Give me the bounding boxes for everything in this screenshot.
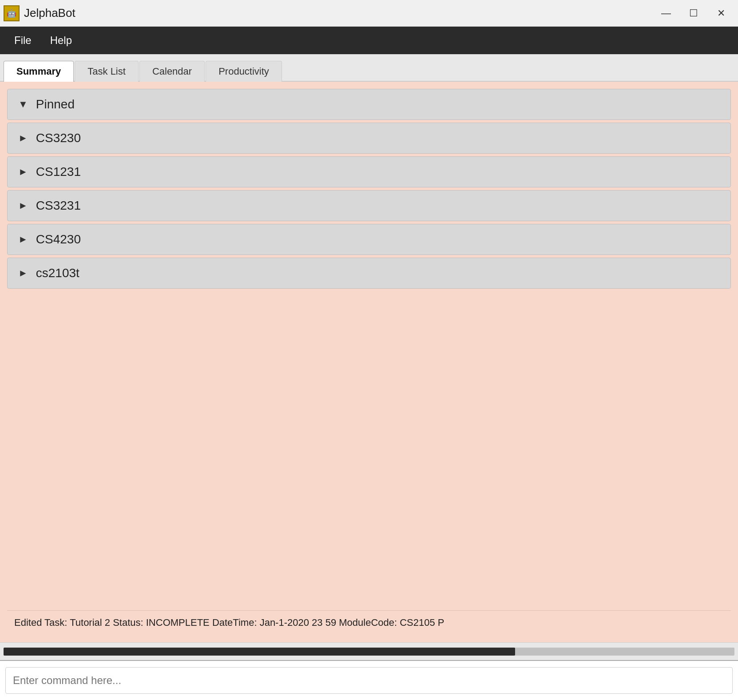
menu-file[interactable]: File: [7, 31, 39, 50]
command-area: [0, 660, 738, 700]
tree-label-cs3231: CS3231: [36, 199, 81, 213]
chevron-cs3231: ►: [18, 200, 28, 211]
tab-calendar[interactable]: Calendar: [139, 61, 205, 82]
tree-label-cs3230: CS3230: [36, 131, 81, 145]
minimize-button[interactable]: —: [653, 4, 679, 23]
list-area[interactable]: ▼ Pinned ► CS3230 ► CS1231 ► CS3231 ► CS: [7, 89, 731, 610]
app-icon-glyph: 🤖: [7, 8, 16, 18]
chevron-cs2103t: ►: [18, 267, 28, 279]
tab-productivity[interactable]: Productivity: [206, 61, 282, 82]
tab-tasklist[interactable]: Task List: [75, 61, 139, 82]
chevron-pinned: ▼: [18, 99, 28, 110]
menu-bar: File Help: [0, 27, 738, 54]
tab-bar: Summary Task List Calendar Productivity: [0, 54, 738, 82]
chevron-cs4230: ►: [18, 234, 28, 245]
tree-label-pinned: Pinned: [36, 97, 75, 111]
app-icon: 🤖: [4, 5, 20, 21]
tree-item-cs4230[interactable]: ► CS4230: [7, 224, 731, 255]
scrollbar-track[interactable]: [4, 648, 734, 656]
close-button[interactable]: ✕: [708, 4, 734, 23]
main-content: ▼ Pinned ► CS3230 ► CS1231 ► CS3231 ► CS: [0, 82, 738, 642]
window-controls: — ☐ ✕: [653, 4, 734, 23]
title-bar: 🤖 JelphaBot — ☐ ✕: [0, 0, 738, 27]
tab-summary[interactable]: Summary: [4, 61, 74, 82]
tree-item-pinned[interactable]: ▼ Pinned: [7, 89, 731, 120]
tree-label-cs1231: CS1231: [36, 165, 81, 179]
tree-container: ▼ Pinned ► CS3230 ► CS1231 ► CS3231 ► CS: [7, 89, 731, 289]
tree-item-cs3230[interactable]: ► CS3230: [7, 123, 731, 154]
tree-label-cs4230: CS4230: [36, 232, 81, 247]
menu-help[interactable]: Help: [43, 31, 79, 50]
tree-label-cs2103t: cs2103t: [36, 266, 79, 280]
scrollbar-area[interactable]: [0, 642, 738, 660]
title-bar-left: 🤖 JelphaBot: [4, 5, 75, 21]
maximize-button[interactable]: ☐: [680, 4, 707, 23]
status-bar: Edited Task: Tutorial 2 Status: INCOMPLE…: [7, 610, 731, 635]
scrollbar-thumb[interactable]: [4, 648, 515, 656]
chevron-cs1231: ►: [18, 166, 28, 178]
tree-item-cs3231[interactable]: ► CS3231: [7, 190, 731, 221]
chevron-cs3230: ►: [18, 132, 28, 144]
command-input[interactable]: [5, 667, 733, 694]
status-text: Edited Task: Tutorial 2 Status: INCOMPLE…: [14, 617, 444, 628]
tree-item-cs1231[interactable]: ► CS1231: [7, 156, 731, 187]
tree-item-cs2103t[interactable]: ► cs2103t: [7, 258, 731, 289]
app-title: JelphaBot: [24, 6, 75, 20]
